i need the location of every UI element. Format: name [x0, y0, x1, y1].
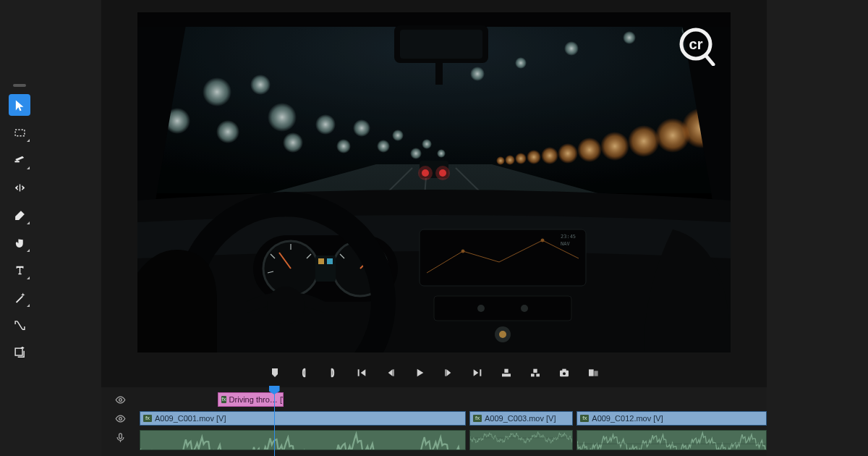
- svg-rect-89: [480, 369, 481, 376]
- export-frame-button[interactable]: [558, 366, 571, 379]
- svg-rect-92: [531, 373, 535, 376]
- track-v1-toggle[interactable]: [101, 411, 140, 426]
- svg-rect-94: [533, 369, 537, 373]
- fx-badge-icon: fx: [221, 396, 226, 403]
- svg-marker-83: [388, 369, 393, 376]
- stage: 23:45NAV: [101, 0, 767, 456]
- add-tool[interactable]: [9, 342, 30, 363]
- add-marker-button[interactable]: [268, 366, 281, 379]
- mic-icon: [115, 432, 126, 443]
- video-clip[interactable]: fxA009_C001.mov [V]: [140, 411, 466, 426]
- hand-tool[interactable]: [9, 232, 30, 253]
- comparison-view-button[interactable]: [587, 366, 600, 379]
- type-icon: [14, 264, 26, 276]
- pen-tool[interactable]: [9, 204, 30, 226]
- clip-label: A009_C003.mov [V]: [485, 414, 556, 423]
- step-forward-button[interactable]: [442, 366, 455, 379]
- add-icon: [14, 347, 26, 359]
- slip-tool[interactable]: [9, 314, 30, 336]
- svg-rect-93: [536, 373, 540, 376]
- wand-icon: [14, 292, 26, 304]
- go-to-out-button[interactable]: [471, 366, 484, 379]
- pen-icon: [14, 209, 26, 221]
- mark-out-button[interactable]: [326, 366, 339, 379]
- waveform-icon: [140, 431, 465, 450]
- razor-icon: [14, 154, 26, 166]
- cursor-icon: [14, 99, 26, 111]
- lift-button[interactable]: [500, 366, 513, 379]
- svg-rect-84: [393, 369, 393, 376]
- eye-icon: [115, 413, 126, 424]
- mark-in-button[interactable]: [297, 366, 310, 379]
- svg-rect-99: [594, 371, 597, 376]
- ripple-icon: [14, 182, 26, 194]
- panel-grip[interactable]: [13, 84, 26, 87]
- step-back-button[interactable]: [384, 366, 397, 379]
- tool-rail: [5, 80, 34, 372]
- clip-label: A009_C001.mov [V]: [155, 414, 226, 423]
- razor-tool[interactable]: [9, 149, 30, 171]
- ripple-tool[interactable]: [9, 177, 30, 198]
- svg-rect-1: [14, 161, 19, 162]
- clip-label: Driving thro… [V]: [229, 395, 284, 404]
- svg-rect-81: [358, 369, 359, 376]
- extract-button[interactable]: [529, 366, 542, 379]
- svg-rect-3: [15, 348, 22, 355]
- clip-label: A009_C012.mov [V]: [592, 414, 663, 423]
- audio-clip[interactable]: [140, 430, 466, 450]
- hand-icon: [14, 237, 26, 249]
- track-a1[interactable]: [140, 430, 767, 450]
- svg-rect-91: [504, 369, 508, 373]
- svg-marker-88: [474, 369, 479, 376]
- svg-rect-87: [445, 369, 446, 376]
- svg-rect-78: [137, 12, 731, 352]
- fx-badge-icon: fx: [580, 415, 589, 422]
- type-tool[interactable]: [9, 259, 30, 281]
- program-monitor[interactable]: 23:45NAV: [137, 12, 731, 352]
- remix-tool[interactable]: [9, 287, 30, 308]
- audio-clip[interactable]: [469, 430, 573, 450]
- svg-rect-96: [562, 369, 566, 371]
- waveform-icon: [577, 431, 766, 450]
- play-button[interactable]: [413, 366, 426, 379]
- svg-marker-86: [446, 369, 451, 376]
- selection-tool[interactable]: [9, 94, 30, 116]
- track-select-tool[interactable]: [9, 122, 30, 143]
- track-a1-toggle[interactable]: [101, 430, 140, 444]
- track-v2-toggle[interactable]: [101, 392, 140, 407]
- preview-frame: 23:45NAV: [137, 12, 731, 352]
- go-to-in-button[interactable]: [355, 366, 368, 379]
- waveform-icon: [470, 431, 572, 445]
- brand-badge: cr: [677, 25, 718, 66]
- transport-bar: [101, 362, 767, 384]
- svg-point-101: [119, 417, 122, 420]
- audio-clip[interactable]: [576, 430, 767, 450]
- timeline-panel: fx Driving thro… [V] fxA009_C001.mov [V]…: [101, 387, 767, 456]
- svg-point-97: [563, 372, 566, 375]
- slip-icon: [14, 319, 26, 332]
- track-v2[interactable]: fx Driving thro… [V]: [140, 392, 767, 407]
- svg-rect-98: [589, 369, 594, 376]
- svg-point-100: [119, 398, 122, 401]
- svg-rect-0: [15, 130, 25, 136]
- fx-badge-icon: fx: [143, 415, 152, 422]
- track-v1[interactable]: fxA009_C001.mov [V]fxA009_C003.mov [V]fx…: [140, 411, 767, 426]
- marquee-icon: [14, 127, 26, 139]
- playhead[interactable]: [274, 387, 275, 456]
- video-clip[interactable]: fxA009_C003.mov [V]: [469, 411, 573, 426]
- svg-rect-102: [119, 433, 122, 438]
- eye-icon: [115, 394, 126, 405]
- svg-rect-90: [502, 373, 511, 376]
- svg-marker-85: [417, 369, 424, 377]
- fx-badge-icon: fx: [473, 415, 482, 422]
- video-clip[interactable]: fxA009_C012.mov [V]: [576, 411, 767, 426]
- svg-text:cr: cr: [689, 36, 703, 52]
- svg-marker-82: [361, 369, 366, 376]
